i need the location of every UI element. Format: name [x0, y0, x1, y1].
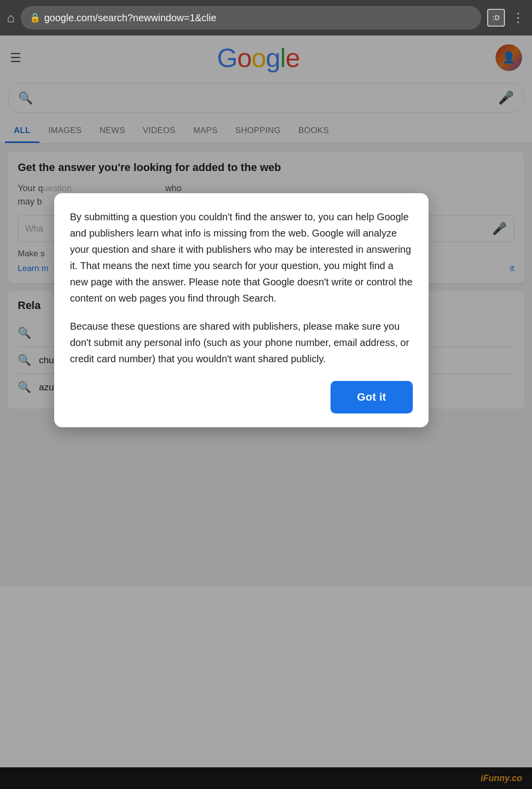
got-it-button[interactable]: Got it — [331, 381, 413, 413]
modal-para-1: By submitting a question you couldn't fi… — [70, 209, 413, 307]
tab-switcher-icon[interactable]: :D — [487, 9, 505, 27]
url-text: google.com/search?newwindow=1&clie — [44, 12, 217, 24]
url-bar[interactable]: 🔒 google.com/search?newwindow=1&clie — [21, 6, 481, 30]
google-page: ☰ Google 👤 🔍 🎤 ALL IMAGES NEWS VIDEOS MA… — [0, 35, 532, 789]
browser-chrome-bar: ⌂ 🔒 google.com/search?newwindow=1&clie :… — [0, 0, 532, 35]
modal-footer: Got it — [70, 381, 413, 413]
browser-icons: :D ⋮ — [487, 9, 525, 27]
home-icon[interactable]: ⌂ — [7, 10, 15, 26]
info-modal: By submitting a question you couldn't fi… — [54, 193, 429, 427]
lock-icon: 🔒 — [30, 12, 40, 23]
modal-body: By submitting a question you couldn't fi… — [70, 209, 413, 367]
modal-para-2: Because these questions are shared with … — [70, 318, 413, 367]
menu-icon[interactable]: ⋮ — [512, 10, 525, 26]
